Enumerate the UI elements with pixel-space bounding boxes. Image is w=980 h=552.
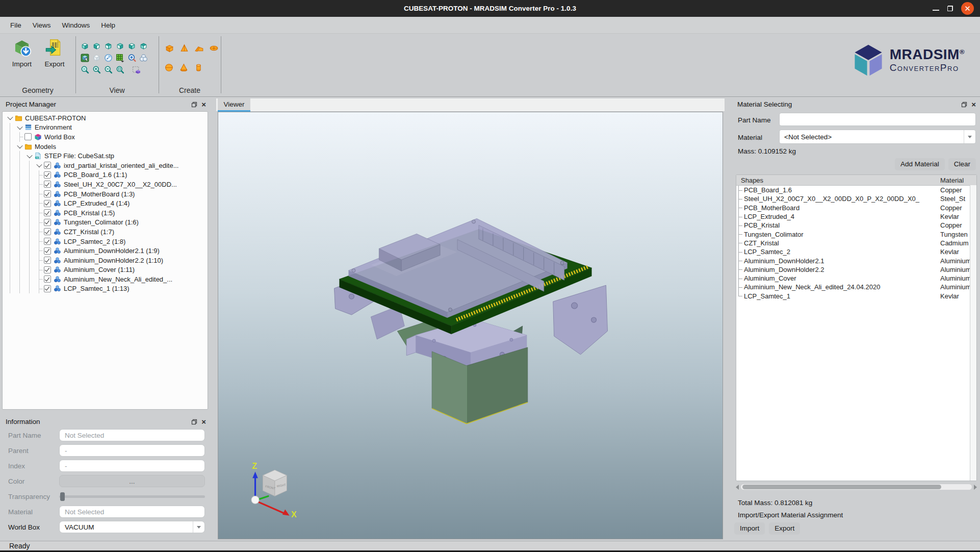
info-field-index[interactable]: -: [59, 460, 205, 472]
chevron-down-icon[interactable]: [193, 521, 204, 533]
float-panel-icon[interactable]: [191, 419, 197, 425]
chevron-down-icon[interactable]: [964, 130, 975, 143]
tree-item[interactable]: Steel_UH_X2_00C7_X0__X2_00DD...: [3, 180, 208, 189]
close-button[interactable]: ✕: [961, 2, 974, 15]
tree-checkbox[interactable]: [44, 228, 51, 235]
table-row[interactable]: PCB_Board_1.6Copper: [736, 186, 976, 194]
multi-view-icon[interactable]: [139, 54, 148, 62]
expander[interactable]: [15, 144, 24, 148]
tree-item[interactable]: LCP_Extruded_4 (1:4): [3, 198, 208, 208]
tree-item[interactable]: CZT_Kristal (1:7): [3, 227, 208, 237]
tree-item[interactable]: Aluminium_New_Neck_Ali_edited_...: [3, 274, 208, 284]
maximize-button[interactable]: [947, 6, 953, 11]
tree-checkbox[interactable]: [44, 171, 51, 179]
table-row[interactable]: PCB_MotherBoardCopper: [736, 204, 976, 212]
table-row[interactable]: PCB_KristalCopper: [736, 221, 976, 230]
tree-checkbox[interactable]: [44, 162, 51, 169]
tree-item[interactable]: Tungsten_Colimator (1:6): [3, 218, 208, 228]
view-cube-right-icon[interactable]: [116, 42, 124, 51]
table-row[interactable]: LCP_Samtec_2Kevlar: [736, 247, 976, 256]
tree-item[interactable]: CUBESAT-PROTON: [3, 113, 208, 123]
tree-checkbox[interactable]: [44, 219, 51, 226]
clock-icon[interactable]: [104, 54, 113, 62]
tree-item[interactable]: ixrd_partial_kristal_oriented_ali_edite.…: [3, 161, 208, 170]
scrollbar-thumb[interactable]: [742, 485, 941, 489]
tree-item[interactable]: Aluminium_DownHolder2.1 (1:9): [3, 246, 208, 256]
float-panel-icon[interactable]: [191, 102, 197, 108]
table-row[interactable]: LCP_Samtec_1Kevlar: [736, 292, 976, 300]
tree-checkbox[interactable]: [44, 247, 51, 255]
color-button[interactable]: ...: [59, 475, 205, 487]
add-material-button[interactable]: Add Material: [895, 158, 945, 170]
horizontal-scrollbar[interactable]: [736, 483, 977, 491]
wedge-icon[interactable]: [194, 44, 204, 53]
zoom-in-icon[interactable]: [92, 65, 101, 74]
scroll-right-icon[interactable]: [974, 485, 977, 490]
tree-item[interactable]: stpSTEP File: CubeSat.stp: [3, 151, 208, 161]
tree-item[interactable]: PCB_MotherBoard (1:3): [3, 189, 208, 199]
tree-item[interactable]: PCB_Board_1.6 (1:1): [3, 170, 208, 180]
info-field-part-name[interactable]: Not Selected: [59, 429, 205, 441]
cone-icon[interactable]: [179, 63, 190, 72]
info-field-material[interactable]: Not Selected: [59, 506, 205, 518]
material-select[interactable]: <Not Selected>: [779, 130, 976, 144]
menu-file[interactable]: File: [5, 21, 27, 29]
tree-checkbox[interactable]: [24, 133, 32, 140]
close-panel-icon[interactable]: ×: [201, 418, 206, 425]
pick-cube-icon[interactable]: [81, 54, 89, 62]
tree-item[interactable]: LCP_Samtec_1 (1:13): [3, 284, 208, 294]
minimize-button[interactable]: [933, 10, 939, 11]
table-row[interactable]: Aluminium_DownHolder2.1Aluminium: [736, 256, 976, 265]
shaded-view-icon[interactable]: [92, 54, 101, 62]
import-button[interactable]: Import: [6, 38, 38, 68]
expander[interactable]: [34, 163, 44, 167]
box-icon[interactable]: [164, 44, 175, 53]
transparency-slider[interactable]: [59, 495, 205, 498]
pyramid-icon[interactable]: [179, 44, 190, 53]
viewer-3d-viewport[interactable]: FRONT RIGHT Z X: [218, 112, 723, 539]
table-row[interactable]: Aluminium_New_Neck_Ali_edited_24.04.2020…: [736, 283, 976, 291]
rubber-band-select-icon[interactable]: [132, 65, 141, 74]
view-cube-bottom-icon[interactable]: [139, 42, 148, 51]
tree-item[interactable]: Models: [3, 142, 208, 152]
sphere-icon[interactable]: [164, 63, 175, 72]
expander[interactable]: [5, 116, 15, 120]
expander[interactable]: [15, 126, 24, 130]
tree-item[interactable]: World Box: [3, 132, 208, 142]
table-row[interactable]: LCP_Extruded_4Kevlar: [736, 212, 976, 221]
table-row[interactable]: CZT_KristalCadmium: [736, 239, 976, 247]
view-cube-front-icon[interactable]: [81, 42, 89, 51]
info-field-parent[interactable]: -: [59, 444, 205, 457]
tree-checkbox[interactable]: [44, 238, 51, 245]
scroll-left-icon[interactable]: [736, 485, 739, 490]
tree-checkbox[interactable]: [44, 285, 51, 292]
vertical-scrollbar[interactable]: [970, 185, 976, 481]
view-cube-top-icon[interactable]: [127, 42, 136, 51]
tree-checkbox[interactable]: [44, 275, 51, 283]
zoom-selection-icon[interactable]: [127, 54, 136, 62]
column-header-shapes[interactable]: Shapes: [736, 177, 940, 184]
table-row[interactable]: Steel_UH_X2_00C7_X0__X2_00DD_X0_P_X2_00D…: [736, 194, 976, 203]
tree-item[interactable]: PCB_Kristal (1:5): [3, 208, 208, 218]
menu-windows[interactable]: Windows: [57, 21, 96, 29]
tree-checkbox[interactable]: [44, 190, 51, 197]
part-name-input[interactable]: [779, 113, 976, 126]
tree-item[interactable]: Aluminium_Cover (1:11): [3, 265, 208, 275]
view-cube-left-icon[interactable]: [104, 42, 113, 51]
tab-viewer[interactable]: Viewer: [218, 98, 250, 112]
close-panel-icon[interactable]: ×: [971, 101, 976, 108]
cylinder-icon[interactable]: [194, 63, 204, 72]
tree-checkbox[interactable]: [44, 209, 51, 216]
table-row[interactable]: Aluminium_CoverAluminium: [736, 274, 976, 283]
tree-checkbox[interactable]: [44, 266, 51, 273]
close-panel-icon[interactable]: ×: [201, 101, 206, 108]
clear-button[interactable]: Clear: [948, 158, 976, 170]
import-material-button[interactable]: Import: [734, 522, 765, 535]
zoom-out-icon[interactable]: [104, 65, 113, 74]
axis-triad[interactable]: FRONT RIGHT Z X: [234, 460, 301, 517]
tree-item[interactable]: LCP_Samtec_2 (1:8): [3, 237, 208, 246]
table-row[interactable]: Tungsten_ColimatorTungsten: [736, 230, 976, 238]
tree-checkbox[interactable]: [44, 200, 51, 207]
export-material-button[interactable]: Export: [769, 522, 800, 535]
float-panel-icon[interactable]: [961, 102, 967, 108]
